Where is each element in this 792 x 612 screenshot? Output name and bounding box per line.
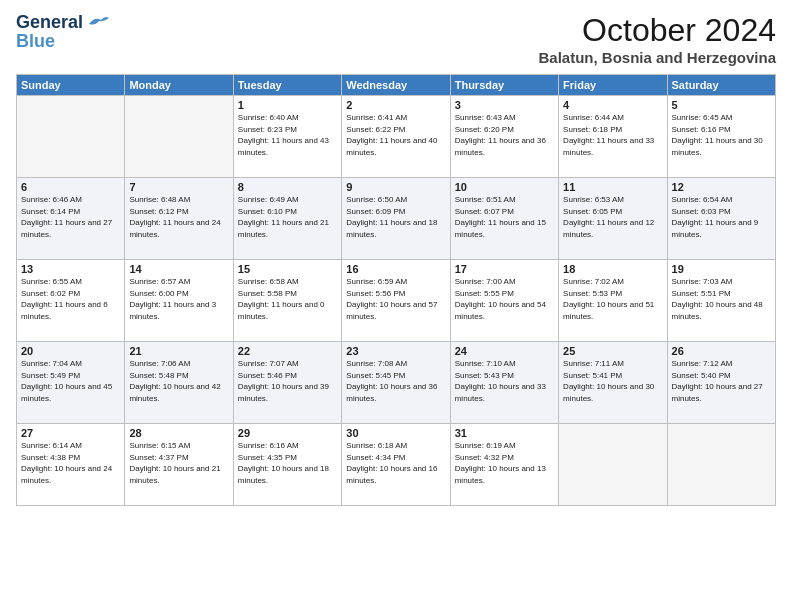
col-wednesday: Wednesday: [342, 75, 450, 96]
day-detail: Sunrise: 6:44 AM Sunset: 6:18 PM Dayligh…: [563, 112, 662, 158]
day-number: 30: [346, 427, 445, 439]
day-detail: Sunrise: 6:43 AM Sunset: 6:20 PM Dayligh…: [455, 112, 554, 158]
table-row: 9Sunrise: 6:50 AM Sunset: 6:09 PM Daylig…: [342, 178, 450, 260]
table-row: 18Sunrise: 7:02 AM Sunset: 5:53 PM Dayli…: [559, 260, 667, 342]
day-number: 24: [455, 345, 554, 357]
day-number: 21: [129, 345, 228, 357]
day-detail: Sunrise: 6:58 AM Sunset: 5:58 PM Dayligh…: [238, 276, 337, 322]
day-number: 23: [346, 345, 445, 357]
day-detail: Sunrise: 6:53 AM Sunset: 6:05 PM Dayligh…: [563, 194, 662, 240]
day-detail: Sunrise: 6:49 AM Sunset: 6:10 PM Dayligh…: [238, 194, 337, 240]
day-detail: Sunrise: 6:14 AM Sunset: 4:38 PM Dayligh…: [21, 440, 120, 486]
logo-general: General: [16, 12, 83, 33]
logo-bird-icon: [87, 14, 109, 32]
table-row: [17, 96, 125, 178]
table-row: [667, 424, 775, 506]
calendar-week-row: 1Sunrise: 6:40 AM Sunset: 6:23 PM Daylig…: [17, 96, 776, 178]
day-number: 28: [129, 427, 228, 439]
day-detail: Sunrise: 7:10 AM Sunset: 5:43 PM Dayligh…: [455, 358, 554, 404]
calendar-header-row: Sunday Monday Tuesday Wednesday Thursday…: [17, 75, 776, 96]
day-number: 7: [129, 181, 228, 193]
day-number: 8: [238, 181, 337, 193]
logo: General Blue: [16, 12, 109, 52]
table-row: 25Sunrise: 7:11 AM Sunset: 5:41 PM Dayli…: [559, 342, 667, 424]
day-number: 9: [346, 181, 445, 193]
location: Balatun, Bosnia and Herzegovina: [538, 49, 776, 66]
day-number: 4: [563, 99, 662, 111]
day-detail: Sunrise: 6:19 AM Sunset: 4:32 PM Dayligh…: [455, 440, 554, 486]
col-sunday: Sunday: [17, 75, 125, 96]
day-detail: Sunrise: 6:48 AM Sunset: 6:12 PM Dayligh…: [129, 194, 228, 240]
table-row: 8Sunrise: 6:49 AM Sunset: 6:10 PM Daylig…: [233, 178, 341, 260]
col-tuesday: Tuesday: [233, 75, 341, 96]
table-row: 6Sunrise: 6:46 AM Sunset: 6:14 PM Daylig…: [17, 178, 125, 260]
table-row: 2Sunrise: 6:41 AM Sunset: 6:22 PM Daylig…: [342, 96, 450, 178]
col-friday: Friday: [559, 75, 667, 96]
day-detail: Sunrise: 6:15 AM Sunset: 4:37 PM Dayligh…: [129, 440, 228, 486]
day-number: 27: [21, 427, 120, 439]
month-title: October 2024: [538, 12, 776, 49]
table-row: 3Sunrise: 6:43 AM Sunset: 6:20 PM Daylig…: [450, 96, 558, 178]
day-detail: Sunrise: 7:02 AM Sunset: 5:53 PM Dayligh…: [563, 276, 662, 322]
table-row: 11Sunrise: 6:53 AM Sunset: 6:05 PM Dayli…: [559, 178, 667, 260]
logo-blue: Blue: [16, 31, 55, 52]
table-row: 15Sunrise: 6:58 AM Sunset: 5:58 PM Dayli…: [233, 260, 341, 342]
day-number: 12: [672, 181, 771, 193]
day-detail: Sunrise: 6:50 AM Sunset: 6:09 PM Dayligh…: [346, 194, 445, 240]
day-number: 13: [21, 263, 120, 275]
day-detail: Sunrise: 6:41 AM Sunset: 6:22 PM Dayligh…: [346, 112, 445, 158]
table-row: [559, 424, 667, 506]
day-detail: Sunrise: 6:45 AM Sunset: 6:16 PM Dayligh…: [672, 112, 771, 158]
day-number: 15: [238, 263, 337, 275]
title-block: October 2024 Balatun, Bosnia and Herzego…: [538, 12, 776, 66]
day-number: 17: [455, 263, 554, 275]
day-detail: Sunrise: 7:03 AM Sunset: 5:51 PM Dayligh…: [672, 276, 771, 322]
table-row: 22Sunrise: 7:07 AM Sunset: 5:46 PM Dayli…: [233, 342, 341, 424]
day-detail: Sunrise: 6:59 AM Sunset: 5:56 PM Dayligh…: [346, 276, 445, 322]
col-monday: Monday: [125, 75, 233, 96]
table-row: 4Sunrise: 6:44 AM Sunset: 6:18 PM Daylig…: [559, 96, 667, 178]
table-row: 24Sunrise: 7:10 AM Sunset: 5:43 PM Dayli…: [450, 342, 558, 424]
day-number: 2: [346, 99, 445, 111]
day-detail: Sunrise: 7:08 AM Sunset: 5:45 PM Dayligh…: [346, 358, 445, 404]
col-saturday: Saturday: [667, 75, 775, 96]
table-row: 26Sunrise: 7:12 AM Sunset: 5:40 PM Dayli…: [667, 342, 775, 424]
calendar-week-row: 13Sunrise: 6:55 AM Sunset: 6:02 PM Dayli…: [17, 260, 776, 342]
day-detail: Sunrise: 7:00 AM Sunset: 5:55 PM Dayligh…: [455, 276, 554, 322]
day-detail: Sunrise: 6:40 AM Sunset: 6:23 PM Dayligh…: [238, 112, 337, 158]
day-number: 25: [563, 345, 662, 357]
table-row: 5Sunrise: 6:45 AM Sunset: 6:16 PM Daylig…: [667, 96, 775, 178]
day-detail: Sunrise: 6:46 AM Sunset: 6:14 PM Dayligh…: [21, 194, 120, 240]
day-detail: Sunrise: 6:16 AM Sunset: 4:35 PM Dayligh…: [238, 440, 337, 486]
day-number: 18: [563, 263, 662, 275]
day-number: 20: [21, 345, 120, 357]
day-number: 3: [455, 99, 554, 111]
calendar: Sunday Monday Tuesday Wednesday Thursday…: [16, 74, 776, 506]
table-row: 29Sunrise: 6:16 AM Sunset: 4:35 PM Dayli…: [233, 424, 341, 506]
day-number: 29: [238, 427, 337, 439]
table-row: 13Sunrise: 6:55 AM Sunset: 6:02 PM Dayli…: [17, 260, 125, 342]
day-detail: Sunrise: 7:07 AM Sunset: 5:46 PM Dayligh…: [238, 358, 337, 404]
header: General Blue October 2024 Balatun, Bosni…: [16, 12, 776, 66]
day-number: 6: [21, 181, 120, 193]
table-row: 7Sunrise: 6:48 AM Sunset: 6:12 PM Daylig…: [125, 178, 233, 260]
table-row: 17Sunrise: 7:00 AM Sunset: 5:55 PM Dayli…: [450, 260, 558, 342]
col-thursday: Thursday: [450, 75, 558, 96]
day-detail: Sunrise: 6:18 AM Sunset: 4:34 PM Dayligh…: [346, 440, 445, 486]
table-row: 31Sunrise: 6:19 AM Sunset: 4:32 PM Dayli…: [450, 424, 558, 506]
calendar-week-row: 27Sunrise: 6:14 AM Sunset: 4:38 PM Dayli…: [17, 424, 776, 506]
table-row: 20Sunrise: 7:04 AM Sunset: 5:49 PM Dayli…: [17, 342, 125, 424]
day-number: 14: [129, 263, 228, 275]
day-number: 11: [563, 181, 662, 193]
table-row: 23Sunrise: 7:08 AM Sunset: 5:45 PM Dayli…: [342, 342, 450, 424]
calendar-week-row: 6Sunrise: 6:46 AM Sunset: 6:14 PM Daylig…: [17, 178, 776, 260]
table-row: 16Sunrise: 6:59 AM Sunset: 5:56 PM Dayli…: [342, 260, 450, 342]
day-number: 26: [672, 345, 771, 357]
table-row: 27Sunrise: 6:14 AM Sunset: 4:38 PM Dayli…: [17, 424, 125, 506]
day-number: 19: [672, 263, 771, 275]
table-row: 19Sunrise: 7:03 AM Sunset: 5:51 PM Dayli…: [667, 260, 775, 342]
table-row: [125, 96, 233, 178]
table-row: 30Sunrise: 6:18 AM Sunset: 4:34 PM Dayli…: [342, 424, 450, 506]
calendar-week-row: 20Sunrise: 7:04 AM Sunset: 5:49 PM Dayli…: [17, 342, 776, 424]
day-detail: Sunrise: 7:06 AM Sunset: 5:48 PM Dayligh…: [129, 358, 228, 404]
